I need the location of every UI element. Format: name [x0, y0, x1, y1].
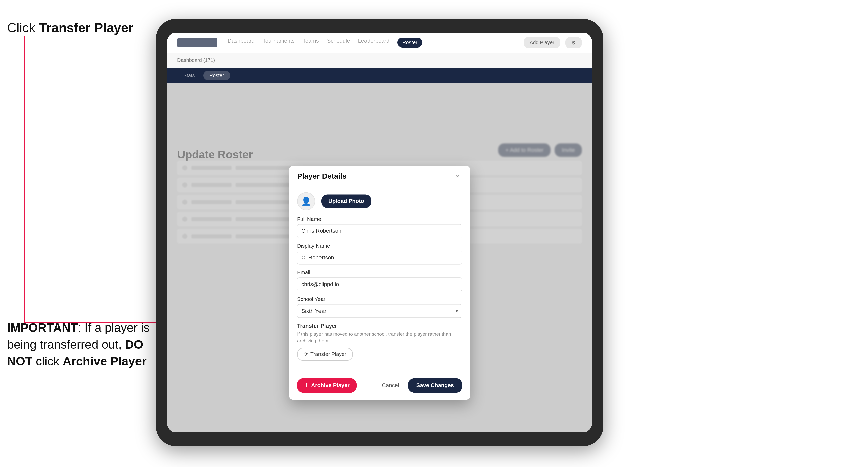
app-nav: Dashboard Tournaments Teams Schedule Lea…	[227, 38, 514, 48]
app-header: Dashboard Tournaments Teams Schedule Lea…	[167, 33, 592, 53]
instruction-top-click: Click	[7, 20, 39, 35]
full-name-label: Full Name	[297, 216, 462, 222]
instruction-archive: Archive Player	[63, 355, 147, 368]
cancel-button[interactable]: Cancel	[377, 379, 404, 392]
nav-roster[interactable]: Roster	[397, 38, 422, 48]
archive-player-button[interactable]: ⬆ Archive Player	[297, 378, 357, 393]
display-name-group: Display Name	[297, 243, 462, 264]
app-logo	[177, 38, 217, 47]
instruction-top: Click Transfer Player	[7, 20, 133, 35]
avatar: 👤	[297, 192, 315, 210]
avatar-icon: 👤	[301, 196, 311, 206]
annotation-line-vertical	[24, 36, 25, 323]
instruction-important: IMPORTANT	[7, 321, 78, 334]
player-details-modal: Player Details × 👤 Upload Photo Full Nam	[289, 166, 470, 400]
breadcrumb: Dashboard (171)	[177, 57, 215, 63]
transfer-player-button[interactable]: ⟳ Transfer Player	[297, 348, 353, 361]
email-input[interactable]	[297, 278, 462, 291]
transfer-btn-label: Transfer Player	[310, 351, 346, 357]
sub-header: Dashboard (171)	[167, 53, 592, 68]
upload-photo-button[interactable]: Upload Photo	[321, 194, 371, 208]
instruction-bottom-text2: click	[32, 355, 63, 368]
school-year-label: School Year	[297, 296, 462, 302]
settings-btn[interactable]: ⚙	[565, 37, 582, 48]
nav-teams[interactable]: Teams	[303, 38, 319, 48]
nav-dashboard[interactable]: Dashboard	[227, 38, 255, 48]
save-changes-button[interactable]: Save Changes	[408, 378, 462, 393]
transfer-label: Transfer Player	[297, 323, 462, 329]
tablet-screen: Dashboard Tournaments Teams Schedule Lea…	[167, 33, 592, 432]
full-name-group: Full Name	[297, 216, 462, 238]
modal-footer: ⬆ Archive Player Cancel Save Changes	[289, 373, 470, 400]
instruction-top-highlight: Transfer Player	[39, 20, 133, 35]
archive-icon: ⬆	[304, 382, 309, 389]
modal-body: 👤 Upload Photo Full Name Display Name	[289, 186, 470, 373]
photo-upload-row: 👤 Upload Photo	[297, 192, 462, 210]
modal-title: Player Details	[297, 172, 347, 181]
modal-close-button[interactable]: ×	[453, 172, 462, 181]
archive-btn-label: Archive Player	[311, 382, 350, 389]
tab-bar: Stats Roster	[167, 68, 592, 83]
school-year-group: School Year First Year Second Year Third…	[297, 296, 462, 318]
nav-tournaments[interactable]: Tournaments	[263, 38, 294, 48]
email-label: Email	[297, 270, 462, 276]
display-name-label: Display Name	[297, 243, 462, 249]
add-player-btn-header[interactable]: Add Player	[524, 37, 560, 48]
transfer-section: Transfer Player If this player has moved…	[297, 323, 462, 361]
modal-header: Player Details ×	[289, 166, 470, 186]
email-group: Email	[297, 270, 462, 291]
school-year-select-wrapper: First Year Second Year Third Year Fourth…	[297, 304, 462, 318]
transfer-description: If this player has moved to another scho…	[297, 331, 462, 344]
tab-stats[interactable]: Stats	[177, 71, 201, 81]
school-year-select[interactable]: First Year Second Year Third Year Fourth…	[297, 304, 462, 318]
header-right: Add Player ⚙	[524, 37, 582, 48]
transfer-icon: ⟳	[304, 351, 308, 357]
footer-right: Cancel Save Changes	[377, 378, 462, 393]
nav-schedule[interactable]: Schedule	[327, 38, 350, 48]
display-name-input[interactable]	[297, 251, 462, 264]
nav-leaderboard[interactable]: Leaderboard	[358, 38, 390, 48]
instruction-bottom: IMPORTANT: If a player is being transfer…	[7, 319, 153, 370]
tab-roster[interactable]: Roster	[204, 71, 230, 81]
tablet-device: Dashboard Tournaments Teams Schedule Lea…	[156, 19, 603, 446]
full-name-input[interactable]	[297, 224, 462, 238]
